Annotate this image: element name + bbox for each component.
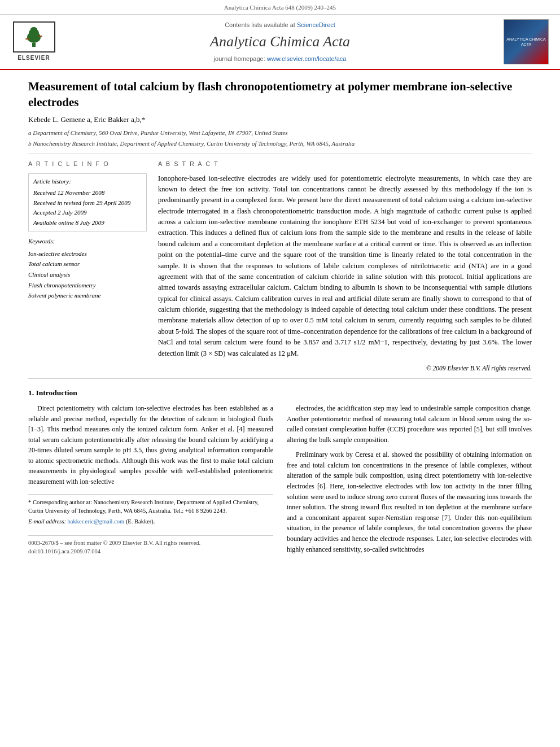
intro-right-col: electrodes, the acidification step may l… [287,403,532,559]
main-content: Measurement of total calcium by flash ch… [0,70,560,570]
keyword-3: Clinical analysis [28,269,147,280]
copyright-text: © 2009 Elsevier B.V. All rights reserved… [158,364,532,373]
elsevier-tree-icon [20,27,48,47]
keywords-section: Keywords: Ion-selective electrodes Total… [28,237,147,301]
intro-title: Introduction [36,388,77,397]
available-date: Available online 8 July 2009 [33,218,142,228]
journal-cover-image: ANALYTICA CHIMICA ACTA [504,19,549,64]
article-history-box: Article history: Received 12 November 20… [28,173,147,232]
affiliation-a: a Department of Chemistry, 560 Oval Driv… [28,128,532,138]
keyword-5: Solvent polymeric membrane [28,290,147,301]
affiliation-b: b Nanochemistry Research Institute, Depa… [28,139,532,148]
intro-two-col: Direct potentiometry with calcium ion-se… [28,403,532,559]
intro-right-text: electrodes, the acidification step may l… [287,403,532,554]
received-date: Received 12 November 2008 [33,188,142,198]
bottom-footer: 0003-2670/$ – see front matter © 2009 El… [28,535,273,556]
homepage-url[interactable]: www.elsevier.com/locate/aca [267,55,347,62]
keyword-4: Flash chronopotentiometry [28,280,147,291]
received-revised-date: Received in revised form 29 April 2009 [33,198,142,208]
elsevier-text: ELSEVIER [18,54,50,62]
history-title: Article history: [33,177,142,186]
svg-rect-5 [38,36,42,37]
article-title: Measurement of total calcium by flash ch… [28,79,532,110]
journal-title: Analytica Chimica Acta [68,32,492,52]
keywords-label: Keywords: [28,237,147,246]
contents-label: Contents lists available at [225,21,295,28]
citation-text: Analytica Chimica Acta 648 (2009) 240–24… [224,4,336,11]
intro-heading: 1. Introduction [28,388,532,399]
article-info-abstract: A R T I C L E I N F O Article history: R… [28,160,532,373]
email-address[interactable]: bakker.eric@gmail.com [68,518,125,525]
footnote-section: * Corresponding author at: Nanochemistry… [28,494,273,526]
article-info-column: A R T I C L E I N F O Article history: R… [28,160,147,373]
keyword-2: Total calcium sensor [28,259,147,269]
issn-text: 0003-2670/$ – see front matter © 2009 El… [28,539,273,548]
abstract-column: A B S T R A C T Ionophore-based ion-sele… [158,160,532,373]
svg-point-3 [30,27,37,32]
abstract-label: A B S T R A C T [158,160,532,168]
authors-text: Kebede L. Gemene a, Eric Bakker a,b,* [28,115,145,124]
sciencedirect-link[interactable]: ScienceDirect [297,21,335,28]
sciencedirect-line: Contents lists available at ScienceDirec… [68,21,492,29]
keyword-1: Ion-selective electrodes [28,248,147,259]
intro-para-right-2: Preliminary work by Ceresa et al. showed… [287,449,532,554]
journal-header: ELSEVIER Contents lists available at Sci… [0,15,560,70]
authors-line: Kebede L. Gemene a, Eric Bakker a,b,* [28,115,532,125]
elsevier-logo-box [13,21,55,53]
journal-homepage: journal homepage: www.elsevier.com/locat… [68,55,492,63]
elsevier-logo: ELSEVIER [11,21,56,62]
email-person: (E. Bakker). [126,518,155,525]
intro-para-right-1: electrodes, the acidification step may l… [287,403,532,445]
journal-center: Contents lists available at ScienceDirec… [68,21,492,63]
doi-text: doi:10.1016/j.aca.2009.07.004 [28,548,273,556]
svg-rect-4 [25,38,30,40]
email-label: E-mail address: [28,518,66,525]
intro-left-col: Direct potentiometry with calcium ion-se… [28,403,273,559]
intro-para-1: Direct potentiometry with calcium ion-se… [28,403,273,487]
accepted-date: Accepted 2 July 2009 [33,208,142,218]
intro-left-text: Direct potentiometry with calcium ion-se… [28,403,273,487]
introduction-section: 1. Introduction Direct potentiometry wit… [28,388,532,559]
intro-number: 1. [28,388,34,397]
abstract-text: Ionophore-based ion-selective electrodes… [158,173,532,359]
divider-1 [28,154,532,154]
footnote-email: E-mail address: bakker.eric@gmail.com (E… [28,517,273,526]
citation-bar: Analytica Chimica Acta 648 (2009) 240–24… [0,0,560,15]
footnote-star: * Corresponding author at: Nanochemistry… [28,498,273,516]
homepage-label: journal homepage: [214,55,265,62]
article-info-label: A R T I C L E I N F O [28,160,147,168]
svg-rect-0 [32,43,36,47]
cover-text: ANALYTICA CHIMICA ACTA [506,37,546,48]
divider-2 [28,378,532,379]
